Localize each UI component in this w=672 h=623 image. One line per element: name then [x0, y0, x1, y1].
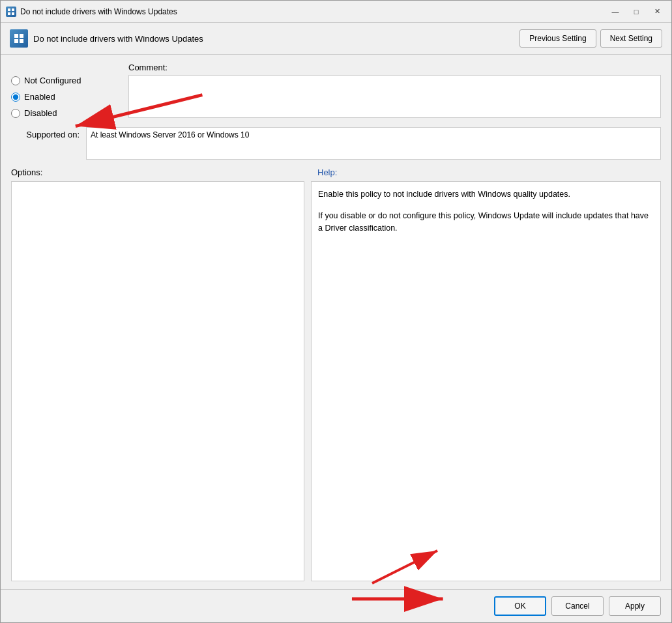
not-configured-radio-label[interactable]: Not Configured	[11, 76, 115, 85]
svg-rect-7	[20, 39, 23, 43]
not-configured-label: Not Configured	[24, 76, 81, 85]
next-setting-button[interactable]: Next Setting	[600, 29, 662, 48]
minimize-button[interactable]: —	[606, 5, 624, 19]
title-bar-controls: — □ ✕	[606, 5, 666, 19]
options-help-header: Options: Help:	[11, 167, 661, 177]
comment-label: Comment:	[128, 63, 661, 72]
dialog-header-buttons: Previous Setting Next Setting	[519, 29, 662, 48]
dialog-window: Do not include drivers with Windows Upda…	[0, 0, 672, 623]
disabled-radio[interactable]	[11, 109, 20, 118]
svg-rect-1	[12, 8, 14, 11]
svg-rect-2	[8, 12, 10, 15]
enabled-label: Enabled	[24, 92, 55, 102]
maximize-button[interactable]: □	[627, 5, 645, 19]
top-section: Not Configured Enabled Disabled Comment:	[11, 63, 661, 118]
close-button[interactable]: ✕	[648, 5, 666, 19]
enabled-radio-label[interactable]: Enabled	[11, 92, 115, 102]
dialog-header-left: Do not include drivers with Windows Upda…	[10, 29, 203, 48]
cancel-button[interactable]: Cancel	[551, 596, 604, 616]
svg-rect-0	[8, 8, 10, 11]
policy-icon	[10, 29, 28, 48]
dialog-header-title: Do not include drivers with Windows Upda…	[33, 34, 203, 44]
options-box	[11, 181, 304, 581]
enabled-radio[interactable]	[11, 93, 20, 102]
help-title: Help:	[317, 167, 661, 177]
options-help-content: Enable this policy to not include driver…	[11, 181, 661, 581]
dialog-header: Do not include drivers with Windows Upda…	[1, 23, 671, 55]
svg-rect-6	[14, 39, 18, 43]
window-title: Do not include drivers with Windows Upda…	[20, 7, 177, 16]
disabled-radio-label[interactable]: Disabled	[11, 108, 115, 118]
comment-section: Comment:	[128, 63, 661, 118]
title-bar: Do not include drivers with Windows Upda…	[1, 1, 671, 23]
not-configured-radio[interactable]	[11, 76, 20, 85]
options-title: Options:	[11, 167, 304, 177]
help-paragraph-2: If you disable or do not configure this …	[318, 210, 654, 235]
dialog-content: Not Configured Enabled Disabled Comment:…	[1, 55, 671, 589]
svg-rect-3	[12, 12, 14, 15]
dialog-footer: OK Cancel Apply	[1, 589, 671, 622]
help-box: Enable this policy to not include driver…	[311, 181, 661, 581]
previous-setting-button[interactable]: Previous Setting	[519, 29, 596, 48]
supported-label: Supported on:	[11, 127, 80, 139]
svg-rect-5	[20, 34, 23, 38]
title-bar-icon	[6, 7, 16, 17]
help-paragraph-1: Enable this policy to not include driver…	[318, 188, 654, 201]
disabled-label: Disabled	[24, 108, 57, 118]
ok-button[interactable]: OK	[494, 596, 546, 616]
radio-group: Not Configured Enabled Disabled	[11, 63, 115, 118]
apply-button[interactable]: Apply	[609, 596, 661, 616]
title-bar-left: Do not include drivers with Windows Upda…	[6, 7, 177, 17]
svg-rect-4	[14, 34, 18, 38]
supported-content: At least Windows Server 2016 or Windows …	[86, 127, 661, 160]
comment-textarea[interactable]	[128, 75, 661, 118]
supported-section: Supported on: At least Windows Server 20…	[11, 127, 661, 160]
